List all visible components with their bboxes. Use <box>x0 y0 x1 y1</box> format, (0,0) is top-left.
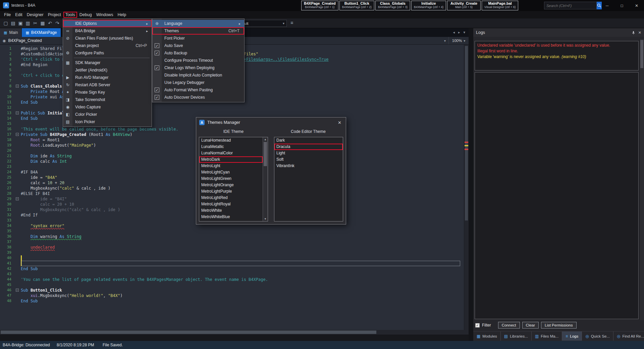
menu-item-configure-paths[interactable]: ⚙Configure Paths <box>63 49 152 57</box>
menu-item-jetifier-androidx[interactable]: Jetifier (AndroidX) <box>63 66 152 74</box>
scrollbar-thumb[interactable] <box>1 331 376 334</box>
cut-icon[interactable]: ✂ <box>32 19 39 28</box>
menu-item-font-picker[interactable]: Font Picker <box>152 35 244 42</box>
fold-toggle[interactable]: − <box>15 84 21 89</box>
scrollbar-thumb[interactable] <box>640 40 643 68</box>
menu-item-b4a-bridge[interactable]: ∞B4A Bridge▸ <box>63 27 152 35</box>
editor-theme-vibrantink[interactable]: VibrantInk <box>274 163 343 169</box>
panel-tab-libraries[interactable]: ▤Libraries... <box>501 332 532 341</box>
quick-nav-activity-create[interactable]: Activity_CreateMain (ctrl + 5) <box>447 1 481 10</box>
toolbar-menu-icon[interactable]: ≡ <box>290 20 293 26</box>
editor-theme-dracula[interactable]: Dracula <box>274 144 343 150</box>
menu-item-run-avd-manager[interactable]: ▶Run AVD Manager <box>63 74 152 81</box>
clear-button[interactable]: Clear <box>522 322 539 329</box>
quick-nav-mainpage-bal[interactable]: MainPage.balVisual Designer (ctrl + 6) <box>482 1 518 10</box>
editor-zoom-dropdown[interactable]: 100% ▾ <box>448 37 469 44</box>
menu-item-auto-format-when-pasting[interactable]: ✓Auto Format When Pasting <box>152 86 244 94</box>
editor-theme-dark[interactable]: Dark <box>274 137 343 144</box>
panel-tab-find-all-re[interactable]: ◎Find All Re... <box>613 332 644 341</box>
ide-theme-metrolightorange[interactable]: MetroLightOrange <box>199 182 263 188</box>
log-messages-area[interactable]: Undeclared variable 'undeclared' is used… <box>475 41 639 70</box>
scroll-tabs-left-icon[interactable]: ◂ <box>453 30 455 35</box>
menu-item-auto-backup[interactable]: ✓Auto Backup <box>152 49 244 57</box>
scroll-down-icon[interactable]: ▼ <box>263 217 268 220</box>
quick-nav-b4xpage-created[interactable]: B4XPage_CreatedB4XMainPage (ctrl + 1) <box>301 1 338 10</box>
menu-item-configure-process-timeout[interactable]: Configure Process Timeout <box>152 57 244 64</box>
connect-button[interactable]: Connect <box>498 322 520 329</box>
menu-item-auto-save[interactable]: ✓Auto Save <box>152 42 244 49</box>
editor-horizontal-scrollbar[interactable] <box>0 330 469 335</box>
menubar-item-tools[interactable]: Tools <box>63 12 77 18</box>
menubar-item-project[interactable]: Project <box>46 12 63 18</box>
panel-tab-quick-se[interactable]: ◎Quick Se... <box>582 332 613 341</box>
log-output-area[interactable] <box>475 72 639 319</box>
maximize-button[interactable]: □ <box>614 0 629 11</box>
ide-theme-metrolightred[interactable]: MetroLightRed <box>199 195 263 201</box>
fold-toggle[interactable]: − <box>15 196 21 202</box>
scrollbar-thumb[interactable] <box>264 142 267 166</box>
quick-nav-button1-click[interactable]: Button1_ClickB4XMainPage (ctrl + 2) <box>339 1 374 10</box>
editor-theme-soft[interactable]: Soft <box>274 156 343 163</box>
new-file-icon[interactable]: ▢ <box>2 19 9 28</box>
ide-theme-metrowhite[interactable]: MetroWhite <box>199 207 263 214</box>
dialog-titlebar[interactable]: A Themes Manager ✕ <box>196 117 346 128</box>
minimize-button[interactable]: ─ <box>600 0 614 11</box>
scrollbar-thumb[interactable] <box>465 46 468 220</box>
pin-icon[interactable] <box>632 31 635 35</box>
menu-item-disable-implicit-auto-completion[interactable]: Disable Implicit Auto Completion <box>152 71 244 79</box>
panel-tab-logs[interactable]: ≡Logs <box>562 332 582 341</box>
panel-splitter[interactable] <box>469 28 473 341</box>
menubar-item-edit[interactable]: Edit <box>13 12 24 18</box>
fold-toggle[interactable]: − <box>15 132 21 137</box>
menu-item-private-sign-key[interactable]: ✦Private Sign Key <box>63 89 152 96</box>
menubar-item-designer[interactable]: Designer <box>25 12 46 18</box>
menubar-item-file[interactable]: File <box>2 12 13 18</box>
ide-theme-lunametallic[interactable]: LunaMetallic <box>199 144 263 150</box>
save-all-icon[interactable]: ▥ <box>24 19 32 28</box>
logs-scrollbar[interactable] <box>639 39 644 320</box>
ide-theme-metrowhitegreen[interactable]: MetroWhiteGreen <box>199 220 263 221</box>
ide-theme-metrodark[interactable]: MetroDark <box>199 156 263 163</box>
menu-item-clean-project[interactable]: Clean projectCtrl+P <box>63 42 152 49</box>
scroll-tabs-right-icon[interactable]: ▸ <box>458 30 460 35</box>
tab-list-dropdown-icon[interactable]: ▾ <box>463 30 465 35</box>
menu-item-clean-files-folder-unused-files[interactable]: ⊘Clean Files Folder (unused files) <box>63 35 152 42</box>
editor-theme-light[interactable]: Light <box>274 150 343 156</box>
open-project-icon[interactable]: ▤ <box>9 19 17 28</box>
menu-item-auto-discover-devices[interactable]: ✓Auto Discover Devices <box>152 94 244 101</box>
menu-item-icon-picker[interactable]: ▤Icon Picker <box>63 118 152 126</box>
search-input[interactable] <box>544 2 597 9</box>
editor-vertical-scrollbar[interactable] <box>464 45 469 330</box>
menubar-item-help[interactable]: Help <box>115 12 128 18</box>
ide-theme-metrolightgreen[interactable]: MetroLightGreen <box>199 176 263 182</box>
panel-tab-modules[interactable]: ▦Modules <box>473 332 501 341</box>
redo-icon[interactable]: ↷ <box>54 19 61 28</box>
filter-checkbox[interactable]: ✓ <box>475 323 480 328</box>
menu-item-video-capture[interactable]: ◉Video Capture <box>63 103 152 111</box>
menubar-item-windows[interactable]: Windows <box>94 12 115 18</box>
undo-icon[interactable]: ↶ <box>46 19 54 28</box>
ide-theme-lunahomestead[interactable]: LunaHomestead <box>199 137 263 144</box>
dialog-close-icon[interactable]: ✕ <box>336 119 343 126</box>
menu-item-themes[interactable]: ThemesCtrl+T <box>152 27 244 35</box>
quick-nav-class-globals[interactable]: Class_GlobalsB4XMainPage (ctrl + 3) <box>375 1 410 10</box>
save-icon[interactable]: ▣ <box>17 19 24 28</box>
ide-theme-metrowhiteblue[interactable]: MetroWhiteBlue <box>199 214 263 220</box>
menu-item-clear-logs-when-deploying[interactable]: ✓Clear Logs When Deploying <box>152 64 244 71</box>
fold-toggle[interactable]: − <box>15 110 21 116</box>
list-permissions-button[interactable]: List Permissions <box>541 322 577 329</box>
menu-item-use-legacy-debugger[interactable]: Use Legacy Debugger <box>152 79 244 86</box>
ide-theme-metrolightpurple[interactable]: MetroLightPurple <box>199 188 263 195</box>
menu-item-language[interactable]: ⊕Language▸ <box>152 20 244 27</box>
close-button[interactable]: ✕ <box>629 0 644 11</box>
list-scrollbar[interactable]: ▲ ▼ <box>263 137 268 221</box>
doc-tab-main[interactable]: ▦Main <box>0 28 21 37</box>
menu-item-take-screenshot[interactable]: ◨Take Screenshot <box>63 96 152 103</box>
ide-theme-metrolightroyal[interactable]: MetroLightRoyal <box>199 201 263 207</box>
ide-theme-lunanormalcolor[interactable]: LunaNormalColor <box>199 150 263 156</box>
panel-tab-files-ma[interactable]: ▥Files Ma... <box>532 332 562 341</box>
fold-toggle[interactable]: − <box>15 288 21 293</box>
scroll-up-icon[interactable]: ▲ <box>263 138 268 141</box>
menu-item-color-picker[interactable]: ◧Color Picker <box>63 111 152 118</box>
menu-item-ide-options[interactable]: IDE Options▸ <box>63 20 152 27</box>
